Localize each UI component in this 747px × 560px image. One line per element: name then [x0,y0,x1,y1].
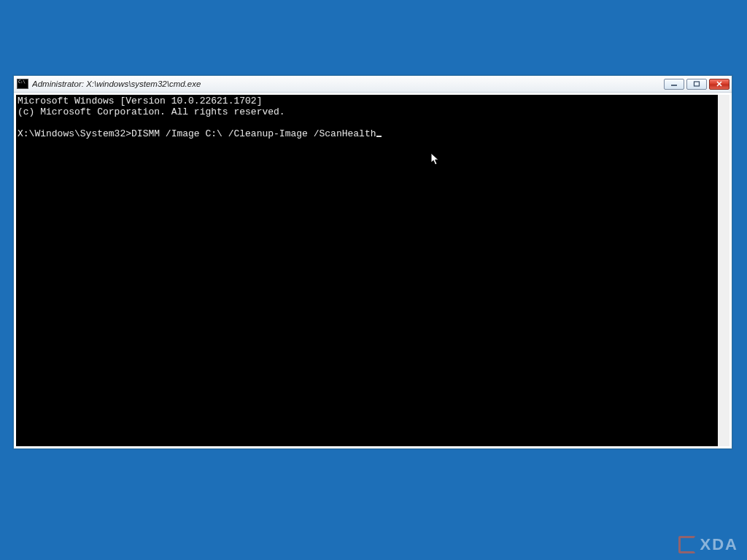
console-output[interactable]: Microsoft Windows [Version 10.0.22621.17… [16,95,729,446]
window-controls [664,79,729,90]
console-line: Microsoft Windows [Version 10.0.22621.17… [18,96,262,106]
console-command: DISMM /Image C:\ /Cleanup-Image /ScanHea… [131,128,376,139]
text-cursor [376,136,382,137]
cmd-icon [17,79,28,89]
minimize-button[interactable] [664,79,684,90]
watermark-text: XDA [700,535,738,554]
close-button[interactable] [709,79,729,90]
console-line: (c) Microsoft Corporation. All rights re… [18,106,285,117]
window-title: Administrator: X:\windows\system32\cmd.e… [32,79,664,88]
svg-rect-1 [694,82,700,86]
xda-watermark: XDA [678,535,738,554]
console-prompt: X:\Windows\System32> [18,128,131,139]
maximize-button[interactable] [686,79,707,90]
cmd-window: Administrator: X:\windows\system32\cmd.e… [13,75,732,449]
titlebar[interactable]: Administrator: X:\windows\system32\cmd.e… [14,76,732,93]
client-area: Microsoft Windows [Version 10.0.22621.17… [14,93,732,448]
xda-logo-icon [678,536,696,553]
